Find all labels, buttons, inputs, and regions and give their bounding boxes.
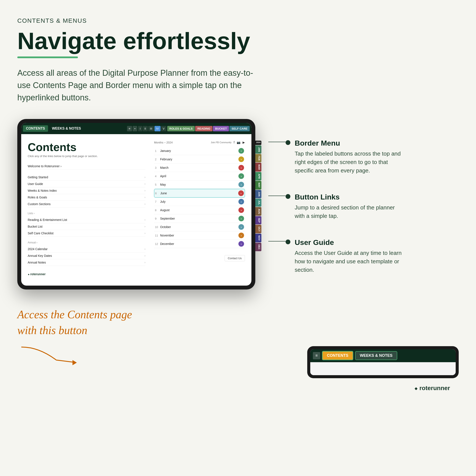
nav-bucket-list[interactable]: Bucket List ›	[28, 223, 145, 230]
section-category: CONTENTS & MENUS	[17, 17, 459, 24]
edge-tab-may[interactable]: MAY	[255, 181, 261, 189]
roman-2[interactable]: II	[143, 126, 148, 131]
nav-annual-notes[interactable]: Annual Notes ›	[28, 259, 145, 266]
youtube-icon[interactable]: ▶	[242, 141, 245, 144]
annotation-dot-1	[286, 140, 290, 145]
title-underline	[17, 56, 78, 58]
edge-tab-mar[interactable]: MAR	[255, 163, 261, 171]
month-row-august[interactable]: 8 August ›	[154, 206, 245, 214]
month-row-april[interactable]: 4 April ›	[154, 172, 245, 180]
edge-tab-jan[interactable]: JAN	[255, 145, 261, 154]
month-row-november[interactable]: 11 November ›	[154, 231, 245, 240]
nav-roles-goals[interactable]: Roles & Goals ›	[28, 194, 145, 201]
edge-tab-nov[interactable]: NOV	[255, 234, 261, 242]
nav-reading-list[interactable]: Reading & Entertainment List ›	[28, 217, 145, 223]
month-row-december[interactable]: 12 December ›	[154, 240, 245, 248]
grid-icon[interactable]: ≡	[127, 126, 132, 131]
edge-tab-feb[interactable]: FEB	[255, 154, 261, 162]
month-row-may[interactable]: 5 May ›	[154, 180, 245, 189]
months-header: Months – 2024 Join FB Community f 📷 ▶	[154, 141, 245, 144]
tablet-screen: CONTENTS WEEKS & NOTES ≡ ▪ I II III IV V	[21, 123, 251, 286]
annotation-text-button-links: Button Links Jump to a desired section o…	[295, 193, 403, 220]
nav-custom-sections[interactable]: Custom Sections ›	[28, 201, 145, 207]
chevron-icon: ›	[145, 182, 145, 186]
month-row-october[interactable]: 10 October ›	[154, 223, 245, 231]
dot-icon[interactable]: ▪	[133, 126, 137, 131]
btn-bucket[interactable]: BUCKET	[213, 126, 229, 131]
month-circle-november: ›	[238, 233, 244, 238]
menu-icon[interactable]: ≡	[313, 352, 320, 359]
month-circle-august: ›	[238, 207, 244, 213]
border-menu-desc: Tap the labeled buttons across the top a…	[295, 150, 403, 175]
roman-4[interactable]: IV	[154, 126, 161, 131]
chevron-icon: ›	[145, 196, 145, 199]
btn-roles-goals[interactable]: ROLES & GOALS	[167, 126, 195, 131]
roman-5[interactable]: V	[161, 126, 166, 131]
month-circle-september: ›	[238, 216, 244, 221]
annotation-border-menu: Border Menu Tap the labeled buttons acro…	[268, 139, 459, 175]
tablet-top-bar: CONTENTS WEEKS & NOTES ≡ ▪ I II III IV V	[21, 123, 251, 134]
edge-tab-apr[interactable]: APR	[255, 172, 261, 180]
month-circle-january: ›	[238, 148, 244, 154]
tab-contents[interactable]: CONTENTS	[23, 125, 48, 132]
month-row-july[interactable]: 7 July ›	[154, 198, 245, 206]
btn-reading[interactable]: READING	[195, 126, 212, 131]
edge-tab-oct[interactable]: OCT	[255, 225, 261, 233]
svg-marker-0	[72, 360, 77, 365]
bottom-section: Access the Contents pagewith this button…	[17, 307, 459, 378]
month-circle-december: ›	[238, 241, 244, 247]
welcome-link[interactable]: Welcome to Roterunner ›	[28, 163, 145, 170]
join-fb-label: Join FB Community	[211, 141, 232, 144]
weeks-notes-tab[interactable]: WEEKS & NOTES	[355, 351, 397, 360]
roman-3[interactable]: III	[148, 126, 154, 131]
bottom-top-bar: ≡ CONTENTS WEEKS & NOTES	[310, 349, 456, 362]
chevron-icon: ›	[145, 248, 145, 251]
contents-tab-highlighted[interactable]: CONTENTS	[322, 351, 353, 360]
chevron-icon: ›	[145, 261, 145, 264]
nav-key-dates[interactable]: Annual Key Dates ›	[28, 253, 145, 259]
annotations-panel: Border Menu Tap the labeled buttons acro…	[268, 119, 459, 289]
btn-self-care[interactable]: SELF CARE	[229, 126, 250, 131]
month-circle-october: ›	[238, 224, 244, 230]
chevron-icon: ›	[145, 218, 145, 221]
nav-self-care[interactable]: Self Care Checklist ›	[28, 230, 145, 237]
tab-weeks-notes[interactable]: WEEKS & NOTES	[49, 125, 84, 132]
nav-getting-started[interactable]: Getting Started ›	[28, 174, 145, 181]
edge-tab-aug[interactable]: AUG	[255, 207, 261, 216]
edge-tab-2024[interactable]: 2024	[255, 141, 261, 145]
nav-weeks-notes-index[interactable]: Weeks & Notes Index ›	[28, 187, 145, 194]
right-edge-tabs: 2024 JAN FEB MAR APR MAY JUN JUL AUG SEP…	[255, 141, 261, 251]
month-row-february[interactable]: 2 February ›	[154, 155, 245, 164]
tablet-logo-area: ⬥ roterunner	[28, 272, 145, 276]
nav-calendar[interactable]: 2024 Calendar ›	[28, 246, 145, 253]
welcome-group: Welcome to Roterunner ›	[28, 163, 145, 170]
instagram-icon[interactable]: 📷	[237, 141, 240, 144]
annotation-text-user-guide: User Guide Access the User Guide at any …	[295, 238, 403, 274]
month-row-june[interactable]: 6 June ›	[154, 189, 245, 198]
edge-tab-sep[interactable]: SEP	[255, 216, 261, 224]
lists-label: Lists ›	[28, 212, 145, 215]
months-title: Months – 2024	[154, 141, 173, 144]
connector-line-2	[268, 196, 286, 196]
border-menu-title: Border Menu	[295, 139, 403, 147]
tablet-body: CONTENTS WEEKS & NOTES ≡ ▪ I II III IV V	[17, 119, 255, 289]
edge-tab-jun[interactable]: JUN	[255, 190, 261, 198]
nav-user-guide[interactable]: User Guide ›	[28, 181, 145, 187]
roman-1[interactable]: I	[138, 126, 142, 131]
month-row-march[interactable]: 3 March ›	[154, 164, 245, 172]
month-row-january[interactable]: 1 January ›	[154, 147, 245, 155]
edge-tab-dec[interactable]: DEC	[255, 243, 261, 251]
contents-heading: Contents	[28, 141, 145, 154]
month-row-september[interactable]: 9 September ›	[154, 214, 245, 223]
user-guide-desc: Access the User Guide at any time to lea…	[295, 249, 403, 274]
chevron-icon: ›	[145, 254, 145, 257]
contact-button[interactable]: Contact Us	[225, 255, 245, 261]
lists-group: Lists › Reading & Entertainment List › B…	[28, 212, 145, 237]
cursive-area: Access the Contents pagewith this button	[17, 307, 299, 378]
cursive-label: Access the Contents pagewith this button	[17, 307, 147, 338]
button-links-desc: Jump to a desired section of the planner…	[295, 203, 403, 220]
facebook-icon[interactable]: f	[234, 141, 235, 144]
left-column: Contents Click any of the links below to…	[28, 141, 150, 281]
edge-tab-jul[interactable]: JUL	[255, 199, 261, 207]
annotation-user-guide: User Guide Access the User Guide at any …	[268, 238, 459, 274]
